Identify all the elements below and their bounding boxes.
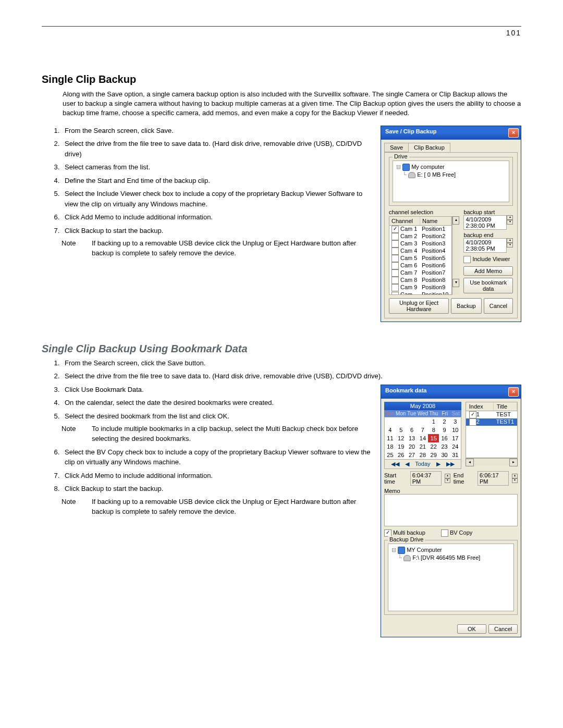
heading-bookmark-data: Single Clip Backup Using Bookmark Data xyxy=(42,343,521,355)
cal-next-icon[interactable]: ▶ xyxy=(436,461,440,467)
step: On the calendar, select the date the des… xyxy=(62,398,371,408)
channel-table[interactable]: Channel Name ✓ Cam 1Position1 Cam 2Posit… xyxy=(389,216,452,295)
step: Click Add Memo to include additional inf… xyxy=(62,471,371,481)
steps-list-2b: Click Use Bookmark Data. On the calendar… xyxy=(51,385,371,422)
multi-backup-checkbox[interactable]: ✓ xyxy=(384,529,391,537)
page-number: 101 xyxy=(42,29,521,37)
save-clip-backup-dialog: Save / Clip Backup × Save Clip Backup Dr… xyxy=(381,126,521,322)
step: Select cameras from the list. xyxy=(62,162,371,172)
tab-save[interactable]: Save xyxy=(384,143,409,152)
use-bookmark-data-button[interactable]: Use bookmark data xyxy=(463,278,513,293)
add-memo-button[interactable]: Add Memo xyxy=(463,266,513,276)
calendar-month: May 2008 xyxy=(384,402,461,410)
note-label: Note xyxy=(62,239,92,258)
backup-start-input[interactable]: 4/10/2009 2:38:00 PM xyxy=(463,215,507,230)
bv-copy-label: BV Copy xyxy=(450,529,472,536)
step: Select the Include Viewer check box to i… xyxy=(62,189,371,209)
drive-group-label: Drive xyxy=(393,153,409,159)
note-body: If backing up to a removable USB device … xyxy=(92,239,371,258)
include-viewer-label: Include Viewer xyxy=(472,256,510,262)
computer-icon xyxy=(402,164,410,171)
steps-list-2a: From the Search screen, click the Save b… xyxy=(51,358,521,381)
close-icon[interactable]: × xyxy=(508,387,519,397)
dialog-title: Save / Clip Backup xyxy=(385,128,436,138)
cal-next-fast-icon[interactable]: ▶▶ xyxy=(446,461,455,467)
start-time-input[interactable]: 6:04:37 PM xyxy=(410,471,442,486)
end-time-input[interactable]: 6:06:17 PM xyxy=(478,471,509,486)
unplug-eject-button[interactable]: Unplug or Eject Hardware xyxy=(389,298,449,314)
step: Define the Start and End time of the bac… xyxy=(62,176,371,186)
cancel-button[interactable]: Cancel xyxy=(484,298,513,314)
disk-icon xyxy=(403,555,411,561)
backup-drive-label: Backup Drive xyxy=(388,536,425,542)
cal-prev-fast-icon[interactable]: ◀◀ xyxy=(391,461,399,467)
memo-textarea[interactable] xyxy=(384,494,518,526)
backup-button[interactable]: Backup xyxy=(451,298,482,314)
disk-icon xyxy=(408,172,415,178)
dialog-title: Bookmark data xyxy=(385,387,426,397)
end-time-label: End time xyxy=(454,472,474,485)
note-body: To include multiple bookmarks in a clip … xyxy=(92,424,371,444)
step: Click Use Bookmark Data. xyxy=(62,385,371,395)
heading-single-clip-backup: Single Clip Backup xyxy=(42,73,521,85)
note-label: Note xyxy=(62,497,92,517)
col-channel: Channel xyxy=(389,217,420,225)
note-body: If backing up to a removable USB device … xyxy=(92,497,371,517)
ok-button[interactable]: OK xyxy=(457,624,486,634)
cancel-button[interactable]: Cancel xyxy=(488,624,518,634)
memo-label: Memo xyxy=(384,488,518,494)
close-icon[interactable]: × xyxy=(508,128,519,138)
channel-selection-label: channel selection xyxy=(389,209,459,215)
step: Select the desired bookmark from the lis… xyxy=(62,411,371,422)
steps-list-2c: Select the BV Copy check box to include … xyxy=(51,447,371,494)
tab-clip-backup[interactable]: Clip Backup xyxy=(408,143,450,152)
col-title: Title xyxy=(494,402,517,411)
step: Select the drive from the file tree to s… xyxy=(62,139,371,159)
step: Select the drive from the file tree to s… xyxy=(62,371,521,381)
drive-tree[interactable]: ⊟ My computer └ E: [ 0 MB Free] xyxy=(393,161,509,202)
step: Click Add Memo to include additional inf… xyxy=(62,212,371,223)
col-name: Name xyxy=(420,217,451,225)
step: From the Search screen, click the Save b… xyxy=(62,358,521,368)
step: From the Search screen, click Save. xyxy=(62,126,371,136)
intro-paragraph: Along with the Save option, a single cam… xyxy=(63,90,521,118)
note-label: Note xyxy=(62,424,92,444)
backup-start-label: backup start xyxy=(463,209,513,215)
step: Click Backup to start the backup. xyxy=(62,226,371,236)
bookmark-data-dialog: Bookmark data × May 2008 SunMonTueWedThu… xyxy=(381,385,521,637)
backup-end-input[interactable]: 4/10/2009 2:38:05 PM xyxy=(463,238,507,253)
steps-list-1: From the Search screen, click Save. Sele… xyxy=(51,126,371,236)
cal-prev-icon[interactable]: ◀ xyxy=(405,461,409,467)
col-index: Index xyxy=(466,402,494,411)
backup-drive-tree[interactable]: ⊟ MY Computer └ F:\ [DVR 466495 MB Free] xyxy=(388,544,514,611)
step: Select the BV Copy check box to include … xyxy=(62,447,371,467)
bv-copy-checkbox[interactable] xyxy=(441,529,448,537)
start-time-label: Start time xyxy=(384,472,407,485)
step: Click Backup to start the backup. xyxy=(62,484,371,494)
computer-icon xyxy=(398,547,405,554)
backup-end-label: backup end xyxy=(463,232,513,238)
scrollbar[interactable]: ▴▾ xyxy=(452,216,459,295)
include-viewer-checkbox[interactable] xyxy=(463,256,471,263)
bookmark-list[interactable]: Index Title ✓1TEST ✓2TEST1 xyxy=(466,402,518,458)
today-button[interactable]: Today xyxy=(415,461,430,467)
hscrollbar[interactable]: ◂▸ xyxy=(466,458,518,466)
calendar[interactable]: May 2008 SunMonTueWedThuFriSat 123456789… xyxy=(384,402,461,469)
multi-backup-label: Multi backup xyxy=(393,529,425,536)
